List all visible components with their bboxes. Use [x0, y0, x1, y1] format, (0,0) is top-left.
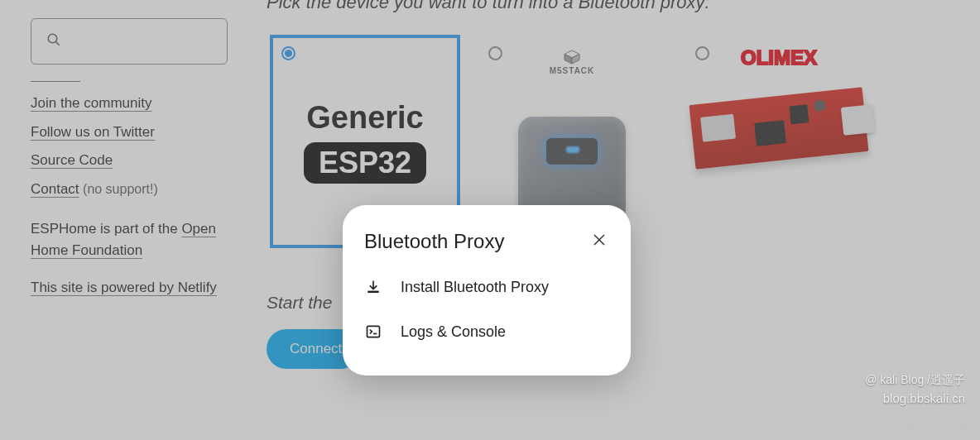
link-source-code[interactable]: Source Code	[31, 152, 113, 168]
divider	[31, 81, 80, 82]
sidebar-powered-by: This site is powered by Netlify	[31, 280, 248, 296]
olimex-logo: OLIMEX	[741, 46, 817, 69]
watermark-line2: blog.bbskali.cn	[865, 391, 965, 405]
sidebar-foundation: ESPHome is part of the Open Home Foundat…	[31, 218, 248, 262]
watermark-line1: @ kali Blog /逍遥子	[865, 373, 965, 388]
radio-m5stack[interactable]	[488, 46, 502, 60]
m5stack-logo-text: M5STACK	[550, 66, 595, 75]
sidebar-links: Join the community Follow us on Twitter …	[31, 93, 248, 200]
modal-item-install[interactable]: Install Bluetooth Proxy	[343, 265, 631, 309]
esp32-label-generic: Generic	[306, 100, 424, 136]
radio-generic-esp32[interactable]	[281, 46, 295, 60]
link-netlify-text[interactable]: This site is powered by Netlify	[31, 280, 217, 295]
esp32-label-esp32: ESP32	[304, 142, 426, 184]
modal-item-install-label: Install Bluetooth Proxy	[401, 279, 549, 296]
olimex-board-visual	[689, 87, 868, 170]
console-icon	[364, 323, 382, 341]
link-join-community[interactable]: Join the community	[31, 95, 151, 111]
svg-line-1	[55, 41, 60, 45]
svg-point-0	[48, 34, 57, 43]
watermark: @ kali Blog /逍遥子 blog.bbskali.cn	[865, 373, 965, 405]
close-icon	[592, 232, 607, 251]
m5stack-logo: M5STACK	[550, 50, 595, 75]
contact-note: (no support!)	[83, 182, 158, 196]
sidebar: Join the community Follow us on Twitter …	[0, 0, 248, 440]
bluetooth-proxy-modal: Bluetooth Proxy Install Bluetooth Proxy …	[343, 205, 631, 375]
device-pick-instruction: Pick the device you want to turn into a …	[267, 0, 980, 13]
link-contact[interactable]: Contact	[31, 181, 79, 197]
modal-title: Bluetooth Proxy	[364, 230, 504, 253]
modal-header: Bluetooth Proxy	[343, 225, 631, 265]
foundation-prefix: ESPHome is part of the	[31, 221, 181, 237]
modal-close-button[interactable]	[589, 232, 609, 251]
link-follow-twitter[interactable]: Follow us on Twitter	[31, 124, 155, 140]
watermark-corner: @51CTO博客	[905, 419, 968, 433]
device-option-olimex[interactable]: OLIMEX	[684, 35, 874, 248]
modal-item-logs-label: Logs & Console	[401, 323, 506, 341]
m5stack-cube-icon	[563, 50, 581, 65]
radio-olimex[interactable]	[695, 46, 709, 60]
svg-rect-7	[368, 326, 380, 337]
modal-item-logs[interactable]: Logs & Console	[343, 309, 631, 354]
search-icon	[46, 32, 61, 50]
download-icon	[364, 278, 382, 296]
search-input[interactable]	[31, 18, 228, 65]
